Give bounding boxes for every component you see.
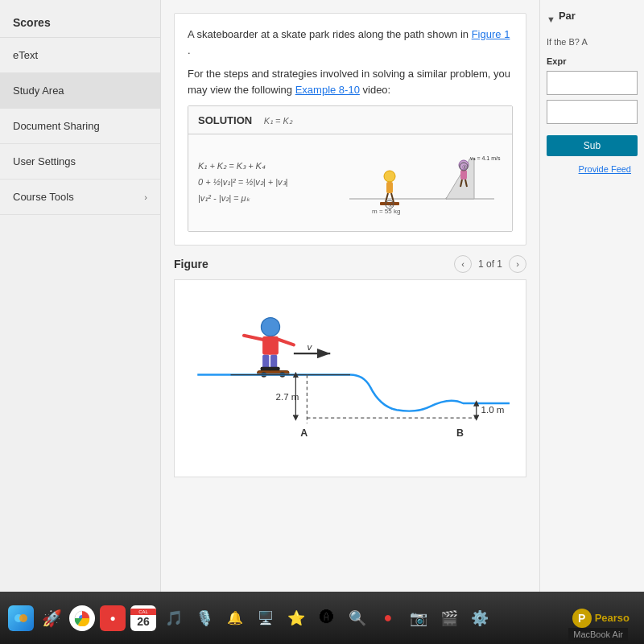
solution-box: SOLUTION K₁ = K₂ K₁ + K₂ = K₃ + K₄ 0 + ½… [188,105,513,232]
sidebar-item-etext[interactable]: eText [0,38,160,73]
svg-rect-16 [262,336,279,355]
mediaplayer-icon[interactable]: 🎬 [436,605,462,631]
mass-text: m = 55 kg [372,208,400,215]
svg-text:①: ① [388,202,393,208]
figure-header: Figure ‹ 1 of 1 › [174,255,526,273]
scores-header: Scores [0,8,160,38]
eq3: 0 + ½|v₁|² = ½|v₂| + |v₃| [198,175,287,191]
next-figure-button[interactable]: › [509,255,526,273]
sidebar-item-label: Course Tools [13,191,74,203]
sidebar-item-course-tools[interactable]: Course Tools › [0,180,160,215]
solution-content: K₁ + K₂ = K₃ + K₄ 0 + ½|v₁|² = ½|v₂| + |… [188,134,512,231]
svg-rect-22 [269,367,279,371]
svg-line-18 [279,340,294,345]
chevron-right-icon: › [144,192,147,202]
pearson-logo: P Pearso [572,609,636,628]
problem-text-2-end: video: [363,84,391,96]
svg-rect-9 [460,170,467,180]
svg-point-15 [261,318,279,336]
sidebar-item-label: Document Sharing [13,120,100,132]
problem-text-1-end: . [188,44,191,56]
svg-rect-19 [262,355,269,369]
figure-label: Figure [174,258,208,270]
calendar-icon[interactable]: CAL 26 [130,605,156,631]
answer-input-1[interactable] [547,71,638,95]
calendar-date: 26 [137,615,150,628]
figure-nav: ‹ 1 of 1 › [454,255,526,273]
sidebar-item-label: User Settings [13,155,76,167]
sidebar-item-study-area[interactable]: Study Area [0,73,160,109]
scores-label: Scores [13,16,51,29]
svg-text:v: v [307,342,312,352]
screen-icon[interactable]: 🖥️ [253,605,279,631]
provide-feedback-link[interactable]: Provide Feed [547,164,638,174]
svg-text:2.7 m: 2.7 m [276,392,299,402]
taskbar: 🚀 ● CAL 26 🎵 🎙️ 🔔 🖥️ ⭐ 🅐 🔍 ● 📷 🎬 ⚙️ P Pe… [0,592,644,644]
svg-text:②: ② [462,164,467,170]
svg-line-17 [244,336,262,340]
gear-icon[interactable]: ⚙️ [467,605,493,631]
sidebar: Scores eText Study Area Document Sharing… [0,0,161,592]
solution-header: SOLUTION K₁ = K₂ [188,106,512,134]
content-area: A skateboarder at a skate park rides alo… [161,0,539,592]
eq2: K₁ + K₂ = K₃ + K₄ [198,159,287,175]
svg-text:B: B [456,427,464,439]
podcast-icon[interactable]: 🎙️ [192,605,217,631]
right-panel: ▼ Par If the B? A Expr Sub Provide Feed [539,0,644,592]
diagram-svg: v [191,296,510,457]
launchpad-icon[interactable]: 🚀 [39,605,64,631]
solution-svg: m = 55 kg ① v₂ = 4.1 m/s [341,142,502,223]
sidebar-item-label: eText [13,49,38,61]
svg-text:A: A [300,427,308,439]
chrome-icon[interactable] [69,605,95,631]
bell-icon[interactable]: 🔔 [222,605,248,631]
figure-page: 1 of 1 [478,258,502,270]
right-panel-title: Par [559,10,576,22]
eq4: |v₁² - |v₂| = μₖ [198,191,287,207]
physics-diagram: v [174,279,526,477]
music-icon[interactable]: 🎵 [161,605,187,631]
solution-image: m = 55 kg ① v₂ = 4.1 m/s [341,142,502,223]
right-panel-text: If the B? A [547,37,588,47]
solution-equations: K₁ + K₂ = K₃ + K₄ 0 + ½|v₁|² = ½|v₂| + |… [198,159,287,206]
svg-text:v₂ = 4.1 m/s: v₂ = 4.1 m/s [470,155,501,161]
figure1-link[interactable]: Figure 1 [472,28,510,40]
problem-text: A skateboarder at a skate park rides alo… [188,27,513,58]
right-panel-body: If the B? A [547,36,638,48]
notification-icon[interactable]: ● [100,605,126,631]
svg-rect-2 [386,182,393,193]
answer-input-2[interactable] [547,100,638,124]
problem-text-2: For the steps and strategies involved in… [188,66,513,97]
sidebar-item-label: Study Area [13,85,64,97]
eq1: K₁ = K₂ [264,116,292,126]
svg-point-1 [384,171,395,182]
sidebar-item-user-settings[interactable]: User Settings [0,144,160,180]
svg-point-43 [19,614,27,622]
example-link[interactable]: Example 8-10 [295,84,360,96]
svg-rect-20 [270,355,277,369]
video-icon[interactable]: 📷 [406,605,431,631]
problem-text-1: A skateboarder at a skate park rides alo… [188,28,472,40]
svg-text:1.0 m: 1.0 m [481,405,505,415]
star-icon[interactable]: ⭐ [283,605,309,631]
sidebar-item-document-sharing[interactable]: Document Sharing [0,109,160,144]
finder-icon[interactable] [8,605,34,631]
prev-figure-button[interactable]: ‹ [454,255,472,273]
search-icon[interactable]: 🔍 [345,605,370,631]
figure-section: Figure ‹ 1 of 1 › [174,255,526,477]
pearson-text: Pearso [595,612,630,624]
macbook-label: MacBook Air [568,628,628,641]
solution-label: SOLUTION [198,114,252,126]
submit-button[interactable]: Sub [547,135,638,156]
problem-card: A skateboarder at a skate park rides alo… [174,13,526,246]
appstore-icon[interactable]: 🅐 [314,605,340,631]
redcircle-icon[interactable]: ● [375,605,401,631]
expr-label: Expr [547,56,638,66]
pearson-logo-circle: P [572,609,592,628]
